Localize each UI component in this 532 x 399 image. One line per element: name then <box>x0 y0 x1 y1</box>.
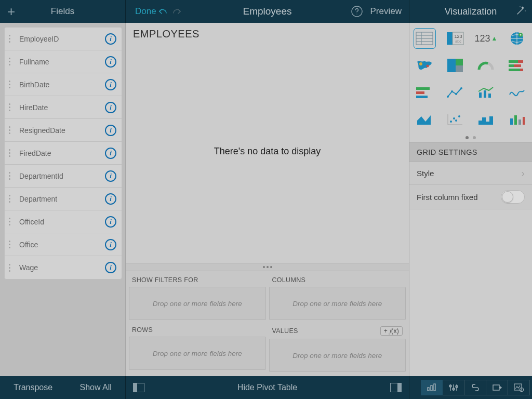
chevron-right-icon: › <box>521 167 525 179</box>
visualization-panel: 123abc 123▲ <box>409 23 532 376</box>
field-info-icon[interactable]: i <box>105 193 116 205</box>
style-row[interactable]: Style › <box>409 162 532 185</box>
toggle-right-panel-icon[interactable] <box>390 383 402 392</box>
help-icon[interactable] <box>351 5 363 18</box>
viz-grid-icon[interactable] <box>414 28 436 49</box>
svg-rect-25 <box>509 69 520 71</box>
svg-rect-23 <box>509 64 514 67</box>
drag-grip-icon <box>9 58 14 65</box>
undo-button[interactable] <box>156 5 170 18</box>
field-info-icon[interactable]: i <box>105 216 116 228</box>
redo-button[interactable] <box>170 5 183 18</box>
done-button[interactable]: Done <box>135 6 156 17</box>
field-row[interactable]: FiredDatei <box>5 142 122 165</box>
svg-point-2 <box>525 10 526 11</box>
field-row[interactable]: OfficeIdi <box>5 210 122 233</box>
viz-globe-icon[interactable] <box>506 28 528 49</box>
first-column-fixed-toggle[interactable] <box>501 190 525 204</box>
pivot-values: VALUES + 𝑓(x) Drop one or more fields he… <box>269 323 406 372</box>
drag-grip-icon <box>9 218 14 225</box>
svg-rect-27 <box>416 87 430 90</box>
svg-point-30 <box>447 96 449 98</box>
export-icon[interactable] <box>486 380 508 395</box>
fields-title: Fields <box>51 6 74 17</box>
center-header: Done Employees Preview <box>126 0 409 23</box>
viz-stacked-bar-icon[interactable] <box>506 55 528 76</box>
viz-gauge-icon[interactable] <box>474 55 497 76</box>
pivot-values-drop[interactable]: Drop one or more fields here <box>269 339 406 372</box>
pivot-filters-drop[interactable]: Drop one or more fields here <box>129 287 266 320</box>
viz-spline-icon[interactable] <box>506 82 528 103</box>
canvas-footer: Hide Pivot Table <box>126 376 409 399</box>
viz-pivot-icon[interactable]: 123abc <box>444 28 467 49</box>
field-info-icon[interactable]: i <box>105 148 116 159</box>
toggle-left-panel-icon[interactable] <box>133 383 144 392</box>
svg-rect-19 <box>456 59 463 65</box>
first-column-fixed-label: First column fixed <box>417 193 478 202</box>
pivot-rows-drop[interactable]: Drop one or more fields here <box>129 337 266 370</box>
grid-settings-header: GRID SETTINGS <box>409 142 532 162</box>
viz-hbar-icon[interactable] <box>414 82 436 103</box>
field-info-icon[interactable]: i <box>105 79 116 90</box>
field-row[interactable]: Officei <box>5 233 122 256</box>
viz-treemap-icon[interactable] <box>444 55 467 76</box>
add-calculated-field-button[interactable]: + 𝑓(x) <box>380 326 403 336</box>
viz-column-icon[interactable] <box>506 109 528 130</box>
hide-pivot-button[interactable]: Hide Pivot Table <box>237 383 297 392</box>
canvas-panel: EMPLOYEES There's no data to display SHO… <box>126 23 409 376</box>
field-name: Department <box>19 195 105 203</box>
pivot-columns-label: COLUMNS <box>272 276 306 284</box>
settings-sliders-icon[interactable] <box>443 380 464 395</box>
drag-grip-icon <box>9 172 14 180</box>
pivot-filters: SHOW FILTERS FOR Drop one or more fields… <box>129 273 266 320</box>
drag-grip-icon <box>9 126 14 134</box>
pivot-columns-drop[interactable]: Drop one or more fields here <box>269 287 406 320</box>
preview-button[interactable]: Preview <box>370 6 402 17</box>
dataset-title: Employees <box>243 6 292 17</box>
svg-point-31 <box>451 90 453 92</box>
fields-footer: Transpose Show All <box>0 376 126 399</box>
field-row[interactable]: BirthDatei <box>5 73 122 96</box>
magic-wand-icon[interactable] <box>515 5 527 18</box>
drag-grip-icon <box>9 81 14 88</box>
field-row[interactable]: HireDatei <box>5 96 122 119</box>
field-info-icon[interactable]: i <box>105 33 116 45</box>
pivot-resize-handle[interactable] <box>126 263 409 271</box>
field-info-icon[interactable]: i <box>105 262 116 273</box>
svg-rect-57 <box>493 385 499 390</box>
viz-map-icon[interactable] <box>414 55 436 76</box>
svg-rect-21 <box>509 60 518 63</box>
drag-grip-icon <box>9 35 14 43</box>
viz-line-icon[interactable] <box>444 82 467 103</box>
field-info-icon[interactable]: i <box>105 102 116 113</box>
svg-point-1 <box>356 14 357 14</box>
svg-rect-28 <box>416 91 424 94</box>
field-row[interactable]: Departmenti <box>5 188 122 210</box>
widget-settings-icon[interactable] <box>508 380 530 395</box>
visualization-tab-icon[interactable] <box>421 380 443 395</box>
transpose-button[interactable]: Transpose <box>14 383 52 392</box>
svg-rect-44 <box>514 115 517 125</box>
field-row[interactable]: EmployeeIDi <box>5 28 122 50</box>
canvas-title: EMPLOYEES <box>126 23 409 40</box>
viz-area-icon[interactable] <box>414 109 436 130</box>
field-row[interactable]: Fullnamei <box>5 50 122 73</box>
field-row[interactable]: Wagei <box>5 256 122 279</box>
field-name: DepartmentId <box>19 172 105 180</box>
viz-page-dots[interactable] <box>409 132 532 142</box>
viz-scatter-icon[interactable] <box>444 109 467 130</box>
field-info-icon[interactable]: i <box>105 56 116 68</box>
link-icon[interactable] <box>464 380 486 395</box>
viz-step-area-icon[interactable] <box>474 109 497 130</box>
add-field-icon[interactable]: + <box>7 4 15 20</box>
field-info-icon[interactable]: i <box>105 170 116 182</box>
field-row[interactable]: ResignedDatei <box>5 119 122 142</box>
viz-kpi-icon[interactable]: 123▲ <box>474 28 497 49</box>
field-row[interactable]: DepartmentIdi <box>5 165 122 188</box>
show-all-button[interactable]: Show All <box>79 383 111 392</box>
svg-rect-9 <box>447 32 453 45</box>
field-info-icon[interactable]: i <box>105 239 116 250</box>
viz-combo-icon[interactable] <box>474 82 497 103</box>
field-info-icon[interactable]: i <box>105 125 116 136</box>
field-name: FiredDate <box>19 149 105 157</box>
